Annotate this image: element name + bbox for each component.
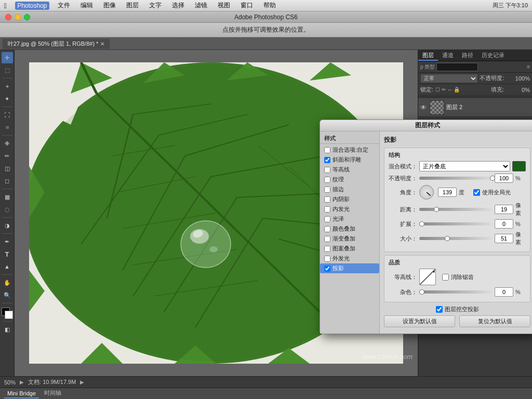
blur-tool[interactable]: ◌ (2, 204, 13, 215)
style-inner-shadow[interactable]: 内阴影 (320, 194, 379, 204)
style-color-overlay[interactable]: 颜色叠加 (320, 224, 379, 234)
menu-layer[interactable]: 图层 (124, 1, 141, 10)
opacity-input[interactable] (495, 174, 513, 183)
stamp-tool[interactable]: ◫ (2, 163, 13, 174)
maximize-button[interactable] (24, 14, 30, 20)
eyedropper-tool[interactable]: ⌗ (2, 122, 13, 133)
color-swatches[interactable] (2, 308, 13, 319)
magic-wand-tool[interactable]: ✦ (2, 93, 13, 104)
opacity-slider[interactable] (419, 177, 493, 180)
background-color[interactable] (5, 311, 13, 319)
lasso-tool[interactable]: ⌖ (2, 81, 13, 92)
style-outer-glow[interactable]: 外发光 (320, 254, 379, 263)
size-input[interactable] (495, 234, 513, 243)
distance-slider[interactable] (419, 208, 493, 211)
style-inner-glow-checkbox[interactable] (324, 206, 330, 212)
shape-tool[interactable]: ▲ (2, 261, 13, 272)
style-contour[interactable]: 等高线 (320, 165, 379, 175)
blend-mode-select[interactable]: 正常 (420, 74, 478, 83)
set-default-button[interactable]: 设置为默认值 (384, 315, 455, 327)
noise-slider[interactable] (419, 290, 493, 294)
tab-close-icon[interactable]: ✕ (100, 41, 104, 47)
menu-help[interactable]: 帮助 (261, 1, 278, 10)
menu-text[interactable]: 文字 (147, 1, 164, 10)
menu-select[interactable]: 选择 (170, 1, 187, 10)
style-drop-shadow[interactable]: 投影 (320, 263, 379, 273)
panel-tab-channels[interactable]: 通道 (438, 50, 458, 61)
style-gradient-overlay[interactable]: 渐变叠加 (320, 234, 379, 244)
menu-view[interactable]: 视图 (216, 1, 232, 10)
opacity-slider-thumb[interactable] (490, 176, 495, 181)
menu-edit[interactable]: 编辑 (78, 1, 95, 10)
menu-photoshop[interactable]: Photoshop (15, 2, 49, 10)
move-tool[interactable]: ✛ (2, 52, 13, 63)
menu-window[interactable]: 窗口 (238, 1, 255, 10)
layer-visibility-icon[interactable]: 👁 (420, 104, 428, 111)
panel-tab-history[interactable]: 历史记录 (477, 50, 509, 61)
eraser-tool[interactable]: ◻ (2, 175, 13, 187)
style-stroke-checkbox[interactable] (324, 187, 330, 193)
menu-filter[interactable]: 滤镜 (193, 1, 209, 10)
size-slider[interactable] (419, 237, 493, 240)
style-pattern-overlay[interactable]: 图案叠加 (320, 244, 379, 254)
style-gradient-overlay-checkbox[interactable] (324, 236, 330, 242)
use-global-light-checkbox[interactable] (473, 189, 480, 196)
zoom-tool[interactable]: 🔍 (2, 289, 13, 301)
style-outer-glow-checkbox[interactable] (324, 256, 330, 262)
layer-item[interactable]: 👁 图层 2 (418, 98, 532, 117)
dodge-tool[interactable]: ◑ (2, 220, 13, 231)
contour-preview[interactable]: ▾ (419, 269, 436, 285)
close-button[interactable] (5, 14, 11, 20)
style-bevel-emboss[interactable]: 斜面和浮雕 (320, 155, 379, 165)
bottom-tab-minibridge[interactable]: Mini Bridge (4, 389, 39, 398)
noise-slider-thumb[interactable] (419, 289, 424, 295)
text-tool[interactable]: T (2, 248, 13, 260)
spread-input[interactable] (495, 219, 513, 229)
document-tab[interactable]: 叶27.jpg @ 50% (图层 1, RGB/8#) * ✕ (2, 38, 110, 49)
panel-options-icon[interactable]: ≡ (527, 64, 530, 70)
style-texture-checkbox[interactable] (324, 177, 330, 183)
angle-input[interactable] (438, 188, 457, 197)
bottom-tab-timeline[interactable]: 时间轴 (41, 388, 64, 399)
style-inner-glow[interactable]: 内发光 (320, 204, 379, 214)
brush-tool[interactable]: ✏ (2, 150, 13, 162)
size-slider-thumb[interactable] (445, 236, 450, 241)
pen-tool[interactable]: ✒ (2, 236, 13, 247)
statusbar-nav-icon[interactable]: ▶ (20, 379, 24, 385)
apple-logo[interactable]:  (4, 2, 7, 10)
panel-tab-paths[interactable]: 路径 (458, 50, 477, 61)
menu-file[interactable]: 文件 (56, 1, 72, 10)
distance-input[interactable] (495, 205, 513, 214)
drop-shadow-blend-select[interactable]: 正片叠底 (419, 161, 510, 171)
reset-default-button[interactable]: 复位为默认值 (459, 315, 530, 327)
heal-tool[interactable]: ✙ (2, 138, 13, 149)
style-blend-options[interactable]: 混合选项:自定 (320, 145, 379, 155)
spread-slider[interactable] (419, 222, 493, 225)
style-satin[interactable]: 光泽 (320, 214, 379, 224)
menu-image[interactable]: 图像 (101, 1, 118, 10)
style-texture[interactable]: 纹理 (320, 175, 379, 184)
shadow-color-box[interactable] (512, 161, 526, 171)
layer-search[interactable] (436, 63, 478, 71)
hand-tool[interactable]: ✋ (2, 277, 13, 288)
quick-mask-tool[interactable]: ◧ (2, 324, 13, 335)
gradient-tool[interactable]: ▦ (2, 191, 13, 203)
minimize-button[interactable] (15, 14, 21, 20)
style-stroke[interactable]: 描边 (320, 184, 379, 194)
style-color-overlay-checkbox[interactable] (324, 226, 330, 232)
anti-alias-checkbox[interactable] (442, 274, 449, 281)
statusbar-more-icon[interactable]: ▶ (80, 379, 84, 385)
crop-tool[interactable]: ⛶ (2, 109, 13, 121)
angle-dial[interactable] (419, 185, 434, 200)
panel-tab-layers[interactable]: 图层 (418, 50, 438, 61)
style-satin-checkbox[interactable] (324, 216, 330, 222)
style-bevel-checkbox[interactable] (324, 157, 330, 163)
style-drop-shadow-checkbox[interactable] (324, 265, 330, 272)
style-blend-checkbox[interactable] (324, 147, 330, 153)
knockout-checkbox[interactable] (436, 306, 443, 313)
style-contour-checkbox[interactable] (324, 167, 330, 173)
style-inner-shadow-checkbox[interactable] (324, 196, 330, 203)
spread-slider-thumb[interactable] (419, 221, 424, 227)
select-tool[interactable]: ⬚ (2, 64, 13, 76)
distance-slider-thumb[interactable] (434, 207, 439, 212)
